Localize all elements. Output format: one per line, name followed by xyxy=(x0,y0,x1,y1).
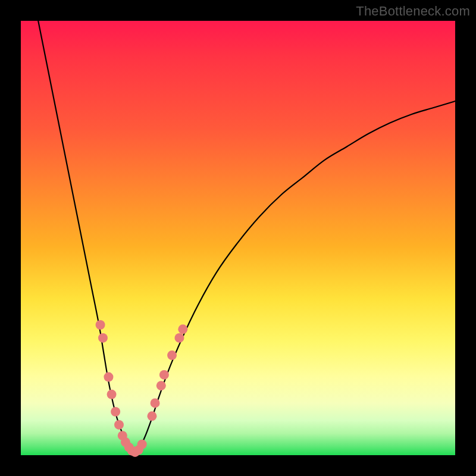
highlight-dot xyxy=(167,350,177,360)
highlight-dot xyxy=(156,381,166,390)
highlight-dot xyxy=(178,324,187,334)
highlight-dot xyxy=(98,333,108,343)
highlight-dot xyxy=(104,372,113,382)
highlight-dot xyxy=(159,370,169,380)
curve-layer xyxy=(21,21,455,455)
highlight-dot xyxy=(147,411,156,421)
highlight-dot xyxy=(111,407,120,416)
highlight-dot xyxy=(174,333,184,343)
series-left-curve xyxy=(38,21,134,453)
chart-frame: TheBottleneck.com xyxy=(0,0,476,476)
highlight-dot xyxy=(107,390,117,399)
highlight-dot xyxy=(151,398,160,408)
watermark-text: TheBottleneck.com xyxy=(356,4,470,19)
highlight-dot xyxy=(114,420,124,430)
series-right-curve xyxy=(134,101,455,453)
highlight-dot xyxy=(96,320,105,330)
highlight-dot xyxy=(137,440,147,449)
plot-area xyxy=(21,21,455,455)
